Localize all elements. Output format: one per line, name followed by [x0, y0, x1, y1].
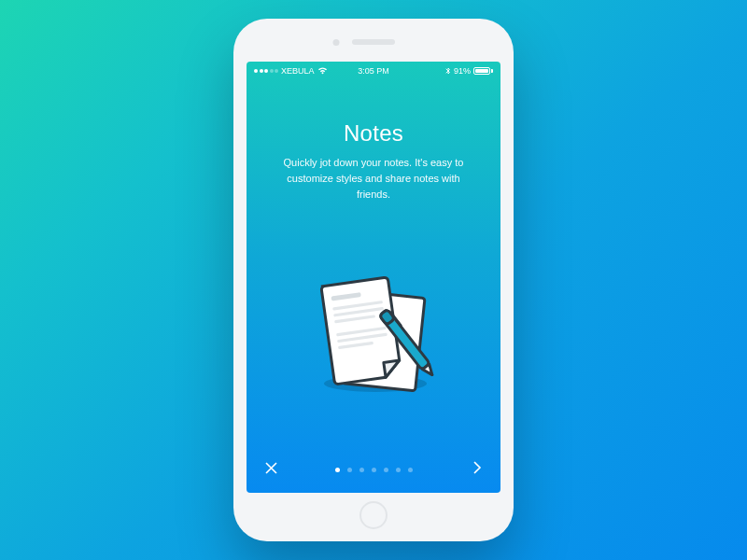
battery-icon [473, 67, 493, 75]
onboarding-footer [247, 450, 500, 493]
page-indicator[interactable] [335, 468, 413, 472]
phone-speaker [352, 39, 395, 45]
signal-dots-icon [254, 69, 278, 73]
paper-pen-icon [299, 260, 448, 410]
battery-label: 91% [454, 66, 471, 76]
page-title: Notes [344, 120, 403, 147]
status-left: XEBULA [254, 66, 328, 76]
app-background: XEBULA 3:05 PM 91% N [0, 0, 747, 560]
bluetooth-icon [445, 66, 451, 76]
chevron-right-icon [472, 460, 482, 479]
status-right: 91% [445, 66, 493, 76]
phone-frame: XEBULA 3:05 PM 91% N [233, 19, 514, 541]
next-button[interactable] [467, 460, 486, 479]
wifi-icon [317, 67, 328, 75]
onboarding-content: Notes Quickly jot down your notes. It's … [247, 80, 500, 450]
home-button[interactable] [359, 501, 388, 529]
carrier-label: XEBULA [281, 66, 315, 76]
clock: 3:05 PM [358, 66, 389, 76]
phone-camera-dot [333, 39, 340, 46]
status-bar: XEBULA 3:05 PM 91% [247, 62, 500, 80]
close-button[interactable] [261, 460, 280, 479]
page-description: Quickly jot down your notes. It's easy t… [271, 155, 476, 203]
screen: XEBULA 3:05 PM 91% N [247, 62, 500, 493]
close-icon [264, 461, 278, 479]
illustration [299, 219, 448, 450]
